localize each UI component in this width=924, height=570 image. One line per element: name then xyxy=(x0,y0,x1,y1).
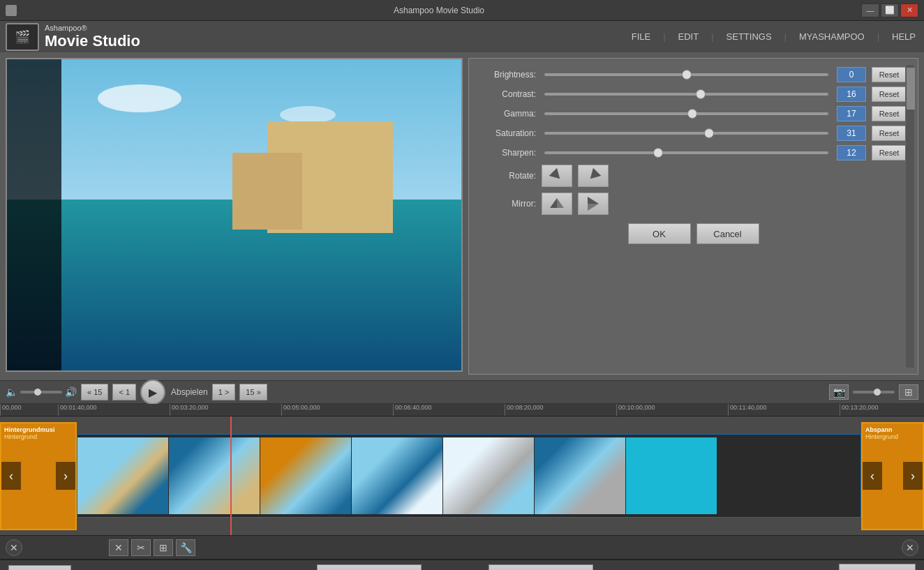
nav-file[interactable]: FILE xyxy=(632,31,650,42)
nav-help[interactable]: HELP xyxy=(892,31,916,42)
mirror-label: Mirror: xyxy=(480,199,536,209)
volume-max-icon: 🔊 xyxy=(65,387,77,398)
cancel-button[interactable]: Cancel xyxy=(696,223,759,244)
minimize-button[interactable]: — xyxy=(861,3,879,17)
left-track-subtitle: Hintergrund xyxy=(4,433,37,440)
gamma-reset[interactable]: Reset xyxy=(872,106,907,121)
rotate-right-button[interactable] xyxy=(578,165,609,187)
video-clip-1[interactable] xyxy=(77,437,168,514)
sharpen-thumb[interactable] xyxy=(653,148,663,158)
video-clip-5[interactable] xyxy=(443,437,534,514)
video-clip-2[interactable] xyxy=(169,437,260,514)
nav-arrow-right-track-left[interactable]: ‹ xyxy=(863,462,882,490)
track-remove-left-button[interactable]: ✕ xyxy=(6,539,22,556)
mirror-row: Mirror: xyxy=(480,193,907,215)
settings-scrollbar[interactable] xyxy=(905,64,915,368)
video-preview xyxy=(6,58,463,372)
brightness-thumb[interactable] xyxy=(682,70,692,80)
video-frame xyxy=(7,59,461,370)
grid-button[interactable]: ⊞ xyxy=(154,539,173,556)
settings-panel: Brightness: 0 Reset Contrast: 16 Reset G… xyxy=(468,58,918,375)
zoom-thumb[interactable] xyxy=(874,389,881,396)
brightness-reset[interactable]: Reset xyxy=(872,67,907,82)
volume-thumb[interactable] xyxy=(34,389,41,396)
nav-arrow-right-from-left[interactable]: › xyxy=(56,462,75,490)
ruler-mark-4: 00:06:40,000 xyxy=(393,404,505,416)
contrast-value[interactable]: 16 xyxy=(837,87,866,102)
wrench-button[interactable]: 🔧 xyxy=(176,539,195,556)
rewind-button[interactable]: « 15 xyxy=(81,384,108,400)
right-track-subtitle: Hintergrund xyxy=(865,433,898,440)
saturation-slider[interactable] xyxy=(544,132,828,135)
prev-frame-button[interactable]: < 1 xyxy=(112,384,136,400)
saturation-value[interactable]: 31 xyxy=(837,126,866,141)
video-clip-4[interactable] xyxy=(352,437,442,514)
rotate-left-button[interactable] xyxy=(542,165,572,187)
track-remove-button[interactable]: ✕ xyxy=(109,539,128,556)
nav-edit[interactable]: EDIT xyxy=(678,31,699,42)
brand: 🎬 Ashampoo® Movie Studio xyxy=(6,23,140,51)
previous-button[interactable]: ‹ Previous xyxy=(317,564,422,571)
sharpen-slider[interactable] xyxy=(544,151,828,154)
volume-slider[interactable] xyxy=(20,391,62,393)
nav-arrow-right-track-right[interactable]: › xyxy=(903,462,923,490)
svg-marker-2 xyxy=(550,198,557,208)
scrollbar-thumb[interactable] xyxy=(907,68,915,110)
building2 xyxy=(232,153,302,230)
scissors-button[interactable]: ✂ xyxy=(131,539,151,556)
video-clip-6[interactable] xyxy=(535,437,625,514)
abort-button[interactable]: Abort xyxy=(839,564,916,571)
restore-button[interactable]: ⬜ xyxy=(881,3,899,17)
gamma-value[interactable]: 17 xyxy=(837,106,866,121)
nav-settings[interactable]: SETTINGS xyxy=(726,31,772,42)
ruler-mark-1: 00:01:40,000 xyxy=(58,404,170,416)
help-button[interactable]: Help xyxy=(8,565,71,571)
nav-myashampoo[interactable]: MYASHAMPOO xyxy=(799,31,865,42)
ruler-mark-3: 00:05:00,000 xyxy=(281,404,393,416)
track-remove-right-button[interactable]: ✕ xyxy=(902,539,918,556)
titlebar: Ashampoo Movie Studio — ⬜ ✕ xyxy=(0,0,924,21)
contrast-reset[interactable]: Reset xyxy=(872,87,907,102)
timeline-tracks: Hintergrundmusi Hintergrund ‹ › Abspann … xyxy=(0,417,924,535)
mirror-horizontal-button[interactable] xyxy=(542,193,572,215)
saturation-label: Saturation: xyxy=(480,128,536,138)
next-frame-button[interactable]: 1 > xyxy=(212,384,236,400)
saturation-thumb[interactable] xyxy=(704,128,714,138)
ruler-mark-2: 00:03:20,000 xyxy=(170,404,281,416)
contrast-thumb[interactable] xyxy=(696,89,706,99)
volume-icon: 🔈 xyxy=(6,387,17,398)
volume-area: 🔈 🔊 xyxy=(6,387,77,398)
navbar: 🎬 Ashampoo® Movie Studio FILE | EDIT | S… xyxy=(0,21,924,52)
brightness-label: Brightness: xyxy=(480,70,536,80)
ok-button[interactable]: OK xyxy=(628,223,691,244)
nav-arrow-left[interactable]: ‹ xyxy=(1,462,21,490)
brightness-value[interactable]: 0 xyxy=(837,67,866,82)
play-button[interactable]: ▶ xyxy=(140,380,165,405)
fast-forward-button[interactable]: 15 » xyxy=(239,384,267,400)
window-controls: — ⬜ ✕ xyxy=(861,3,918,17)
zoom-slider[interactable] xyxy=(853,391,895,393)
cloud2 xyxy=(280,106,336,123)
sharpen-reset[interactable]: Reset xyxy=(872,145,907,160)
close-button[interactable]: ✕ xyxy=(900,3,918,17)
gamma-slider[interactable] xyxy=(544,112,828,115)
sharpen-value[interactable]: 12 xyxy=(837,145,866,160)
sharpen-label: Sharpen: xyxy=(480,148,536,158)
contrast-slider[interactable] xyxy=(544,93,828,96)
zoom-fit-button[interactable]: ⊞ xyxy=(899,384,918,400)
gamma-row: Gamma: 17 Reset xyxy=(480,106,907,121)
brightness-slider[interactable] xyxy=(544,73,828,76)
saturation-reset[interactable]: Reset xyxy=(872,126,907,141)
track-toolbar: ✕ ✕ ✂ ⊞ 🔧 ✕ xyxy=(0,535,924,559)
next-button[interactable]: Next › xyxy=(489,564,593,571)
gamma-thumb[interactable] xyxy=(687,109,697,119)
mirror-vertical-button[interactable] xyxy=(578,193,609,215)
ruler-mark-5: 00:08:20,000 xyxy=(505,404,616,416)
video-track xyxy=(77,434,861,518)
video-clip-3[interactable] xyxy=(260,437,351,514)
snapshot-button[interactable]: 📷 xyxy=(829,384,849,400)
ruler-mark-7: 00:11:40,000 xyxy=(728,404,840,416)
ruler-mark-8: 00:13:20,000 xyxy=(840,404,923,416)
video-clip-7[interactable] xyxy=(626,437,717,514)
ruler-mark-6: 00:10:00,000 xyxy=(616,404,728,416)
